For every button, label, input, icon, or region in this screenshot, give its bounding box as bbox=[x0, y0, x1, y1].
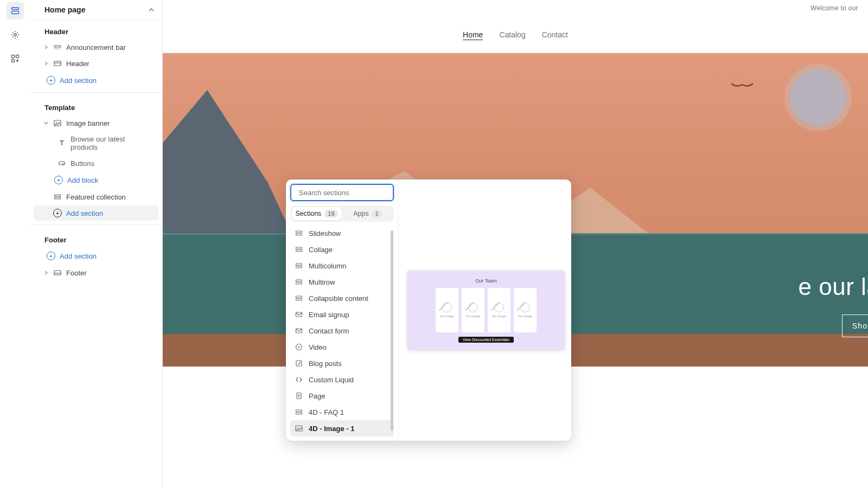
icon-rail bbox=[0, 0, 30, 488]
svg-rect-26 bbox=[296, 296, 302, 298]
add-section-template[interactable]: · + Add section bbox=[34, 206, 159, 221]
sidebar-item-footer[interactable]: Footer bbox=[34, 265, 159, 280]
group-header: Header bbox=[30, 20, 162, 39]
scrollbar[interactable] bbox=[391, 230, 393, 431]
nav-contact[interactable]: Contact bbox=[542, 30, 568, 39]
collapse-sidebar-button[interactable] bbox=[147, 5, 156, 14]
svg-rect-19 bbox=[296, 234, 302, 235]
svg-rect-3 bbox=[12, 55, 15, 58]
rail-sections-button[interactable] bbox=[7, 2, 24, 20]
sidebar-item-buttons[interactable]: Buttons bbox=[34, 156, 159, 171]
section-option[interactable]: Multicolumn bbox=[290, 258, 394, 274]
section-option[interactable]: Contact form bbox=[290, 323, 394, 339]
section-type-icon bbox=[295, 424, 303, 433]
section-type-icon bbox=[295, 245, 303, 254]
chevron-right-icon bbox=[43, 44, 49, 50]
rail-settings-button[interactable] bbox=[7, 26, 24, 43]
section-option[interactable]: Slideshow bbox=[290, 225, 394, 241]
section-option[interactable]: Page bbox=[290, 388, 394, 404]
svg-rect-4 bbox=[16, 55, 19, 58]
section-option-label: Multirow bbox=[309, 278, 335, 286]
section-option[interactable]: Blog posts bbox=[290, 355, 394, 371]
sidebar-item-announcement-bar[interactable]: Announcement bar bbox=[34, 40, 159, 55]
sidebar-item-label: Announcement bar bbox=[66, 43, 126, 52]
nav-catalog[interactable]: Catalog bbox=[499, 30, 525, 39]
count-badge: 19 bbox=[324, 210, 337, 217]
collection-icon bbox=[53, 192, 62, 201]
svg-rect-12 bbox=[55, 197, 61, 199]
add-section-header[interactable]: + Add section bbox=[30, 72, 162, 89]
section-type-icon bbox=[295, 326, 303, 335]
group-footer: Footer bbox=[30, 228, 162, 247]
svg-rect-5 bbox=[12, 60, 15, 62]
section-option[interactable]: 4D - FAQ 1 bbox=[290, 404, 394, 420]
search-sections-field[interactable] bbox=[290, 184, 394, 201]
section-option[interactable]: Custom Liquid bbox=[290, 371, 394, 388]
section-option-label: Slideshow bbox=[309, 229, 341, 237]
section-list[interactable]: SlideshowCollageMulticolumnMultirowColla… bbox=[290, 225, 394, 436]
section-thumbnail: Our Team No image No image No image No i… bbox=[407, 271, 565, 350]
section-option[interactable]: Collage bbox=[290, 241, 394, 258]
sun-graphic bbox=[790, 69, 846, 126]
thumb-card: No image bbox=[488, 288, 510, 332]
svg-rect-31 bbox=[296, 361, 302, 366]
sidebar-item-label: Featured collection bbox=[66, 193, 126, 201]
section-type-icon bbox=[295, 229, 303, 237]
search-input[interactable] bbox=[299, 189, 390, 197]
no-image-icon bbox=[494, 303, 504, 312]
sidebar-item-image-banner[interactable]: Image banner bbox=[34, 115, 159, 131]
sidebar-item-label: Footer bbox=[66, 269, 87, 277]
svg-rect-7 bbox=[54, 61, 61, 66]
rail-apps-button[interactable] bbox=[7, 50, 24, 67]
group-template: Template bbox=[30, 96, 162, 115]
section-option-label: Multicolumn bbox=[309, 262, 346, 270]
sidebar-item-featured-collection[interactable]: · Featured collection bbox=[34, 189, 159, 204]
section-type-icon bbox=[295, 343, 303, 351]
footer-icon bbox=[53, 268, 62, 277]
svg-rect-1 bbox=[12, 11, 19, 14]
divider bbox=[30, 92, 162, 93]
plus-circle-icon: + bbox=[47, 252, 55, 260]
sidebar: Home page Header Announcement bar Header… bbox=[30, 0, 163, 488]
section-option[interactable]: Email signup bbox=[290, 306, 394, 323]
section-option-label: Video bbox=[309, 343, 327, 351]
image-icon bbox=[53, 119, 62, 127]
thumb-card: No image bbox=[514, 288, 537, 332]
svg-rect-24 bbox=[296, 280, 302, 281]
page-title: Home page bbox=[44, 5, 85, 14]
storefront-header: YTVideos4Dawn Home Catalog Contact bbox=[163, 16, 868, 53]
section-type-icon bbox=[295, 375, 303, 384]
section-option[interactable]: 4D - Image - 1 bbox=[290, 420, 394, 436]
hero-shop-button[interactable]: Shop all bbox=[842, 314, 868, 337]
announcement-bar: Welcome to our bbox=[163, 0, 868, 16]
sidebar-item-label: Header bbox=[66, 60, 90, 68]
add-block[interactable]: + Add block bbox=[30, 171, 162, 189]
section-option[interactable]: Multirow bbox=[290, 274, 394, 290]
svg-rect-21 bbox=[296, 250, 302, 252]
tab-sections[interactable]: Sections 19 bbox=[292, 207, 341, 220]
chevron-down-icon bbox=[43, 120, 49, 126]
section-option-label: Page bbox=[309, 392, 325, 400]
section-option[interactable]: Video bbox=[290, 339, 394, 355]
thumb-card: No image bbox=[462, 288, 484, 332]
tab-apps[interactable]: Apps 1 bbox=[343, 207, 392, 220]
section-option-label: Contact form bbox=[309, 327, 349, 335]
section-option[interactable]: Collapsible content bbox=[290, 290, 394, 306]
add-section-footer[interactable]: + Add section bbox=[30, 247, 162, 265]
sidebar-item-label: Buttons bbox=[71, 159, 94, 168]
section-type-icon bbox=[295, 278, 303, 286]
no-image-icon bbox=[442, 303, 452, 312]
bird-graphic bbox=[730, 82, 754, 88]
hero-headline: e our late bbox=[799, 273, 868, 300]
svg-point-2 bbox=[14, 34, 16, 36]
section-type-icon bbox=[295, 294, 303, 303]
section-option-label: 4D - FAQ 1 bbox=[309, 408, 344, 416]
sidebar-item-browse-products[interactable]: Browse our latest products bbox=[34, 132, 159, 155]
sidebar-item-header[interactable]: Header bbox=[34, 56, 159, 71]
nav-home[interactable]: Home bbox=[463, 30, 483, 39]
svg-rect-13 bbox=[54, 271, 61, 275]
svg-rect-23 bbox=[296, 266, 302, 268]
svg-rect-20 bbox=[296, 247, 302, 249]
svg-rect-34 bbox=[296, 413, 302, 414]
section-option-label: Collapsible content bbox=[309, 294, 368, 303]
